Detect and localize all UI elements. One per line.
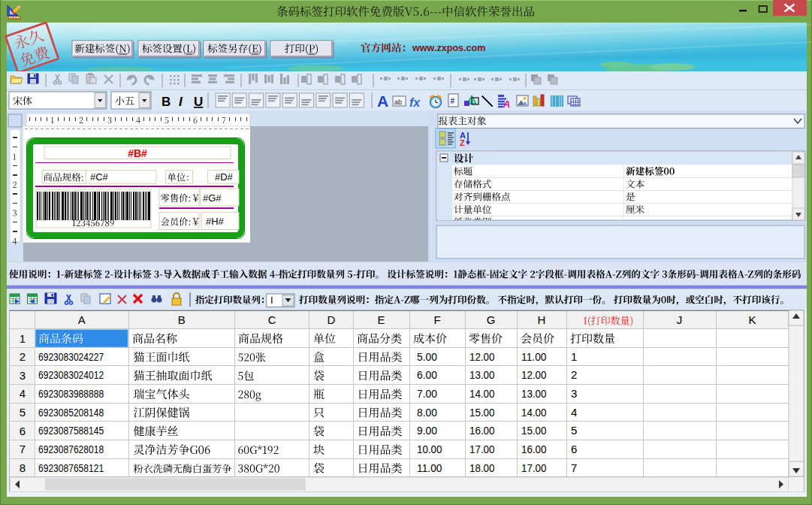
svg-text:8: 8 xyxy=(20,461,26,474)
svg-text:10.00: 10.00 xyxy=(417,443,442,455)
svg-text:6923085208148: 6923085208148 xyxy=(38,406,104,419)
svg-text:C: C xyxy=(268,313,276,326)
svg-text:6: 6 xyxy=(20,425,26,437)
svg-text:#C#: #C# xyxy=(90,171,109,183)
svg-text:18.00: 18.00 xyxy=(469,461,495,474)
svg-text:16.00: 16.00 xyxy=(469,424,495,437)
svg-text:11.00: 11.00 xyxy=(521,350,547,363)
svg-text:#H#: #H# xyxy=(206,216,225,227)
svg-text:6923087658121: 6923087658121 xyxy=(38,461,104,474)
svg-text:F: F xyxy=(433,313,440,326)
svg-text:5: 5 xyxy=(20,406,26,419)
svg-text:15.00: 15.00 xyxy=(469,406,495,419)
svg-text:6923083024227: 6923083024227 xyxy=(38,350,104,363)
svg-text:7.00: 7.00 xyxy=(417,387,437,400)
svg-text:I: I xyxy=(270,295,273,306)
svg-text:5.00: 5.00 xyxy=(417,350,437,363)
svg-text:17.00: 17.00 xyxy=(469,443,495,455)
svg-text:A: A xyxy=(377,92,388,110)
svg-text:15.00: 15.00 xyxy=(521,424,547,437)
svg-text:12.00: 12.00 xyxy=(521,368,547,381)
svg-text:D: D xyxy=(328,313,336,326)
svg-text:17.00: 17.00 xyxy=(521,461,547,474)
svg-text:E: E xyxy=(377,313,385,326)
svg-text:6923087588145: 6923087588145 xyxy=(38,424,104,437)
svg-text:11.00: 11.00 xyxy=(417,461,442,474)
svg-text:G: G xyxy=(487,313,496,326)
svg-text:8.00: 8.00 xyxy=(417,406,437,419)
svg-text:fx: fx xyxy=(409,96,421,109)
svg-text:#B#: #B# xyxy=(128,147,147,159)
svg-text:7: 7 xyxy=(20,443,26,455)
svg-text:6923083988888: 6923083988888 xyxy=(38,387,104,400)
svg-text:K: K xyxy=(748,313,756,326)
svg-text:A: A xyxy=(503,98,510,110)
svg-text:2: 2 xyxy=(571,368,577,381)
svg-text:14.00: 14.00 xyxy=(469,387,495,400)
svg-text:4: 4 xyxy=(571,406,577,419)
svg-text:3: 3 xyxy=(20,369,26,382)
svg-text:#: # xyxy=(451,97,455,105)
svg-text:ab: ab xyxy=(394,98,402,106)
svg-text:13.00: 13.00 xyxy=(469,368,495,381)
svg-text:H: H xyxy=(538,313,546,326)
svg-text:1: 1 xyxy=(20,332,26,345)
svg-text:U: U xyxy=(194,95,203,109)
svg-text:9.00: 9.00 xyxy=(417,424,437,437)
svg-text:A: A xyxy=(78,313,86,326)
svg-text:1: 1 xyxy=(571,350,577,363)
svg-text:B: B xyxy=(161,95,171,109)
svg-text:Z: Z xyxy=(460,138,465,147)
svg-text:J: J xyxy=(677,313,683,326)
svg-text:6923087628018: 6923087628018 xyxy=(38,443,104,455)
svg-text:14.00: 14.00 xyxy=(521,406,547,419)
svg-text:7: 7 xyxy=(571,461,577,474)
svg-text:www.zxpos.com: www.zxpos.com xyxy=(412,43,486,53)
svg-text:4: 4 xyxy=(20,387,26,400)
svg-text:12.00: 12.00 xyxy=(469,350,495,363)
svg-text:6.00: 6.00 xyxy=(417,368,437,381)
svg-text:3: 3 xyxy=(571,387,577,400)
svg-text:6923083024012: 6923083024012 xyxy=(38,368,104,381)
svg-text:16.00: 16.00 xyxy=(521,443,547,455)
svg-text:5: 5 xyxy=(571,424,577,437)
svg-text:6: 6 xyxy=(571,443,577,455)
svg-text:13.00: 13.00 xyxy=(521,387,547,400)
svg-text:#D#: #D# xyxy=(215,171,234,183)
svg-text:#G#: #G# xyxy=(203,192,222,204)
svg-text:2: 2 xyxy=(20,350,26,363)
svg-text:B: B xyxy=(178,313,186,326)
